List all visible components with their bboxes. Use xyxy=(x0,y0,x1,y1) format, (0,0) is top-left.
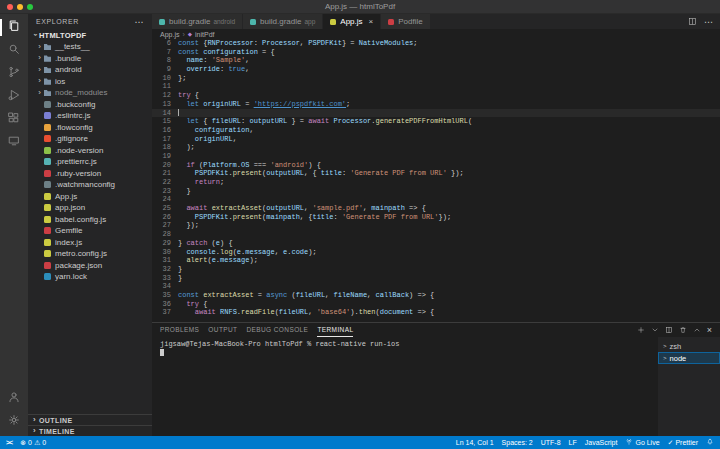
activity-item-run-debug[interactable] xyxy=(0,85,28,108)
file-item-.watchmanconfig[interactable]: .watchmanconfig xyxy=(28,179,152,191)
folder-item-node_modules[interactable]: ›node_modules xyxy=(28,87,152,99)
status-eol[interactable]: LF xyxy=(565,436,581,449)
breadcrumb-file[interactable]: App.js xyxy=(160,31,179,38)
activity-item-search[interactable] xyxy=(0,39,28,62)
problems-status[interactable]: ⊗ 0 ⚠ 0 xyxy=(16,436,50,449)
code-line-29[interactable]: 29} catch (e) { xyxy=(152,239,720,248)
file-item-.prettierrc.js[interactable]: .prettierrc.js xyxy=(28,156,152,168)
outline-section-header[interactable]: › OUTLINE xyxy=(28,414,152,425)
close-window-button[interactable] xyxy=(7,4,13,10)
status-indentation[interactable]: Spaces: 2 xyxy=(498,436,537,449)
breadcrumb-symbol[interactable]: initPdf xyxy=(195,31,214,38)
code-editor[interactable]: 6const {RNProcessor: Processor, PSPDFKit… xyxy=(152,39,720,322)
status-notifications[interactable] xyxy=(702,436,718,449)
explorer-more-actions-icon[interactable]: ⋯ xyxy=(134,17,144,27)
activity-item-remote-explorer[interactable] xyxy=(0,131,28,154)
activity-item-source-control[interactable] xyxy=(0,62,28,85)
activity-item-account[interactable] xyxy=(0,387,28,410)
minimize-window-button[interactable] xyxy=(17,4,23,10)
file-item-.flowconfig[interactable]: .flowconfig xyxy=(28,122,152,134)
code-line-12[interactable]: 12try { xyxy=(152,91,720,100)
panel-tab-debug-console[interactable]: DEBUG CONSOLE xyxy=(246,323,308,337)
chevron-down-icon[interactable] xyxy=(651,326,659,334)
file-item-App.js[interactable]: App.js xyxy=(28,191,152,203)
project-section-header[interactable]: › HTMLTOPDF xyxy=(28,29,152,41)
file-item-index.js[interactable]: index.js xyxy=(28,237,152,249)
activity-item-explorer[interactable] xyxy=(0,16,28,39)
code-line-23[interactable]: 23 } xyxy=(152,187,720,196)
folder-item-android[interactable]: ›android xyxy=(28,64,152,76)
code-line-14[interactable]: 14 xyxy=(152,109,720,118)
more-actions-icon[interactable]: ⋯ xyxy=(704,17,713,27)
zoom-window-button[interactable] xyxy=(27,4,33,10)
code-line-15[interactable]: 15 let { fileURL: outputURL } = await Pr… xyxy=(152,117,720,126)
code-line-36[interactable]: 36 try { xyxy=(152,300,720,309)
code-line-37[interactable]: 37 await RNFS.readFile(fileURL, 'base64'… xyxy=(152,308,720,317)
status-language[interactable]: JavaScript xyxy=(581,436,622,449)
activity-item-settings[interactable] xyxy=(0,410,28,433)
file-item-Gemfile[interactable]: Gemfile xyxy=(28,225,152,237)
tab-App.js[interactable]: App.js× xyxy=(323,14,381,29)
minimap[interactable]: const {RNProcessor: Processor, PSPDFKit}… xyxy=(689,40,715,123)
split-editor-icon[interactable] xyxy=(688,17,697,26)
tab-build.gradle-android[interactable]: build.gradleandroid xyxy=(152,14,243,29)
trash-icon[interactable] xyxy=(679,326,687,334)
file-item-app.json[interactable]: app.json xyxy=(28,202,152,214)
code-line-11[interactable]: 11 xyxy=(152,82,720,91)
folder-item-ios[interactable]: ›ios xyxy=(28,76,152,88)
code-line-27[interactable]: 27 }); xyxy=(152,221,720,230)
new-terminal-icon[interactable] xyxy=(637,326,645,334)
code-line-10[interactable]: 10}; xyxy=(152,74,720,83)
code-line-31[interactable]: 31 alert(e.message); xyxy=(152,256,720,265)
code-line-13[interactable]: 13 let originURL = 'https://pspdfkit.com… xyxy=(152,100,720,109)
file-item-babel.config.js[interactable]: babel.config.js xyxy=(28,214,152,226)
file-item-yarn.lock[interactable]: yarn.lock xyxy=(28,271,152,283)
maximize-panel-icon[interactable] xyxy=(693,326,701,334)
code-line-32[interactable]: 32} xyxy=(152,265,720,274)
status-cursor-position[interactable]: Ln 14, Col 1 xyxy=(452,436,498,449)
code-line-19[interactable]: 19 xyxy=(152,152,720,161)
code-line-18[interactable]: 18 ); xyxy=(152,143,720,152)
folder-item-.bundle[interactable]: ›.bundle xyxy=(28,53,152,65)
code-line-34[interactable]: 34 xyxy=(152,282,720,291)
code-line-22[interactable]: 22 return; xyxy=(152,178,720,187)
status-encoding[interactable]: UTF-8 xyxy=(537,436,565,449)
code-line-16[interactable]: 16 configuration, xyxy=(152,126,720,135)
tab-Podfile[interactable]: Podfile xyxy=(381,14,430,29)
panel-tab-output[interactable]: OUTPUT xyxy=(208,323,237,337)
code-line-28[interactable]: 28 xyxy=(152,230,720,239)
terminal-output[interactable]: jigsaw@Tejas-MacBook-Pro htmlToPdf % rea… xyxy=(152,337,658,436)
tab-build.gradle-app[interactable]: build.gradleapp xyxy=(243,14,323,29)
split-terminal-icon[interactable] xyxy=(665,326,673,334)
terminal-session-node[interactable]: >node xyxy=(658,352,720,364)
file-item-.eslintrc.js[interactable]: .eslintrc.js xyxy=(28,110,152,122)
panel-tab-problems[interactable]: PROBLEMS xyxy=(160,323,199,337)
code-line-6[interactable]: 6const {RNProcessor: Processor, PSPDFKit… xyxy=(152,39,720,48)
code-line-20[interactable]: 20 if (Platform.OS === 'android') { xyxy=(152,161,720,170)
file-item-.buckconfig[interactable]: .buckconfig xyxy=(28,99,152,111)
code-line-24[interactable]: 24 xyxy=(152,195,720,204)
code-line-17[interactable]: 17 originURL, xyxy=(152,135,720,144)
close-panel-icon[interactable]: × xyxy=(707,326,712,335)
file-item-package.json[interactable]: package.json xyxy=(28,260,152,272)
file-item-.ruby-version[interactable]: .ruby-version xyxy=(28,168,152,180)
folder-item-__tests__[interactable]: ›__tests__ xyxy=(28,41,152,53)
code-line-35[interactable]: 35const extractAsset = async (fileURL, f… xyxy=(152,291,720,300)
timeline-section-header[interactable]: › TIMELINE xyxy=(28,425,152,436)
code-line-7[interactable]: 7const configuration = { xyxy=(152,48,720,57)
code-line-33[interactable]: 33} xyxy=(152,274,720,283)
code-line-8[interactable]: 8 name: 'Sample', xyxy=(152,56,720,65)
status-go-live[interactable]: Go Live xyxy=(621,436,663,449)
file-item-metro.config.js[interactable]: metro.config.js xyxy=(28,248,152,260)
code-line-30[interactable]: 30 console.log(e.message, e.code); xyxy=(152,248,720,257)
code-line-25[interactable]: 25 await extractAsset(outputURL, 'sample… xyxy=(152,204,720,213)
code-line-26[interactable]: 26 PSPDFKit.present(mainpath, {title: 'G… xyxy=(152,213,720,222)
file-item-.node-version[interactable]: .node-version xyxy=(28,145,152,157)
close-tab-icon[interactable]: × xyxy=(369,17,374,26)
panel-tab-terminal[interactable]: TERMINAL xyxy=(317,323,353,337)
remote-indicator[interactable]: >< xyxy=(2,436,16,449)
terminal-session-zsh[interactable]: >zsh xyxy=(658,340,720,352)
code-line-9[interactable]: 9 override: true, xyxy=(152,65,720,74)
editor-scrollbar[interactable] xyxy=(715,39,720,322)
status-prettier[interactable]: ✓Prettier xyxy=(664,436,702,449)
